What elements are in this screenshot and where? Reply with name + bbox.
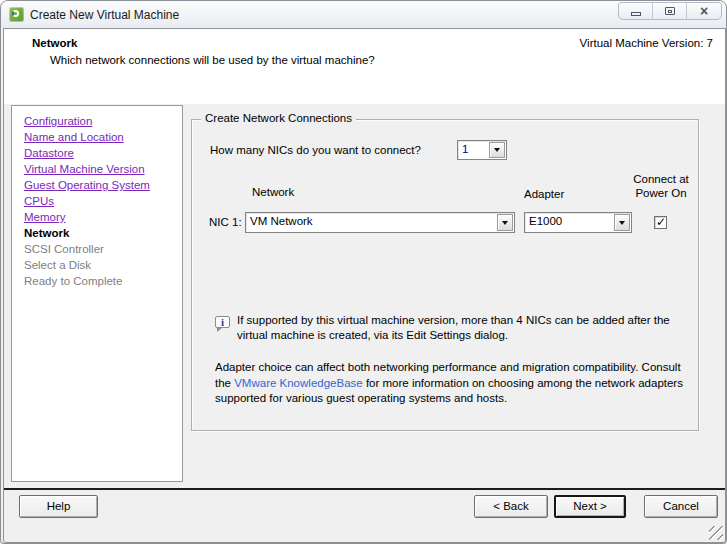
window-controls: ×: [618, 2, 722, 20]
network-column-header: Network: [252, 186, 294, 198]
wizard-steps-sidebar: Configuration Name and Location Datastor…: [11, 105, 183, 482]
create-vm-wizard-window: Create New Virtual Machine × Network Whi…: [0, 0, 727, 544]
group-title: Create Network Connections: [201, 112, 356, 124]
sidebar-item-configuration[interactable]: Configuration: [24, 113, 182, 129]
page-title: Network: [32, 37, 77, 49]
wizard-header: Network Which network connections will b…: [4, 29, 725, 104]
resize-grip[interactable]: [709, 526, 723, 540]
dropdown-button[interactable]: [497, 214, 513, 231]
page-subtitle: Which network connections will be used b…: [50, 54, 375, 66]
nic1-adapter-value: E1000: [525, 213, 613, 232]
window-title: Create New Virtual Machine: [30, 8, 179, 22]
connect-at-power-on-column-header: Connect at Power On: [617, 172, 705, 200]
nic1-adapter-dropdown[interactable]: E1000: [524, 212, 632, 233]
maximize-button[interactable]: [653, 3, 687, 19]
chevron-down-icon: [619, 221, 625, 225]
vmware-app-icon: [9, 7, 24, 22]
minimize-icon: [631, 12, 641, 16]
sidebar-item-memory[interactable]: Memory: [24, 209, 182, 225]
dropdown-button[interactable]: [489, 142, 505, 158]
sidebar-item-virtual-machine-version[interactable]: Virtual Machine Version: [24, 161, 182, 177]
sidebar-item-select-a-disk: Select a Disk: [24, 257, 182, 273]
sidebar-item-datastore[interactable]: Datastore: [24, 145, 182, 161]
close-button[interactable]: ×: [687, 3, 721, 19]
sidebar-item-guest-operating-system[interactable]: Guest Operating System: [24, 177, 182, 193]
nic-count-value: 1: [458, 141, 488, 159]
adapter-column-header: Adapter: [524, 188, 564, 200]
info-icon: [215, 316, 230, 328]
nic-count-label: How many NICs do you want to connect?: [210, 144, 421, 156]
minimize-button[interactable]: [619, 3, 653, 19]
chevron-down-icon: [494, 148, 500, 152]
main-area: Configuration Name and Location Datastor…: [4, 104, 725, 488]
sidebar-item-name-and-location[interactable]: Name and Location: [24, 129, 182, 145]
back-button[interactable]: < Back: [474, 495, 548, 518]
titlebar[interactable]: Create New Virtual Machine ×: [1, 1, 726, 28]
nic-count-dropdown[interactable]: 1: [457, 140, 507, 160]
swirl-arrow-icon: [12, 10, 19, 17]
create-network-connections-group: Create Network Connections How many NICs…: [191, 119, 699, 431]
nic1-network-dropdown[interactable]: VM Network: [245, 212, 515, 233]
cancel-button[interactable]: Cancel: [644, 495, 718, 518]
chevron-down-icon: [502, 221, 508, 225]
nic-limit-note: If supported by this virtual machine ver…: [237, 313, 689, 343]
nic1-network-value: VM Network: [246, 213, 496, 232]
nic1-row-label: NIC 1:: [209, 216, 242, 228]
sidebar-item-ready-to-complete: Ready to Complete: [24, 273, 182, 289]
adapter-choice-paragraph: Adapter choice can affect both networkin…: [215, 360, 695, 407]
dropdown-button[interactable]: [614, 214, 630, 231]
help-button[interactable]: Help: [19, 495, 98, 518]
vmware-knowledgebase-link[interactable]: VMware KnowledgeBase: [234, 377, 363, 389]
connect-checkbox[interactable]: [654, 216, 667, 229]
sidebar-item-scsi-controller: SCSI Controller: [24, 241, 182, 257]
close-icon: ×: [700, 4, 708, 18]
footer-bar: Help < Back Next > Cancel: [4, 490, 725, 542]
maximize-icon: [665, 7, 675, 15]
sidebar-item-network: Network: [24, 225, 182, 241]
next-button[interactable]: Next >: [554, 495, 626, 518]
sidebar-item-cpus[interactable]: CPUs: [24, 193, 182, 209]
vm-version-label: Virtual Machine Version: 7: [580, 37, 713, 49]
